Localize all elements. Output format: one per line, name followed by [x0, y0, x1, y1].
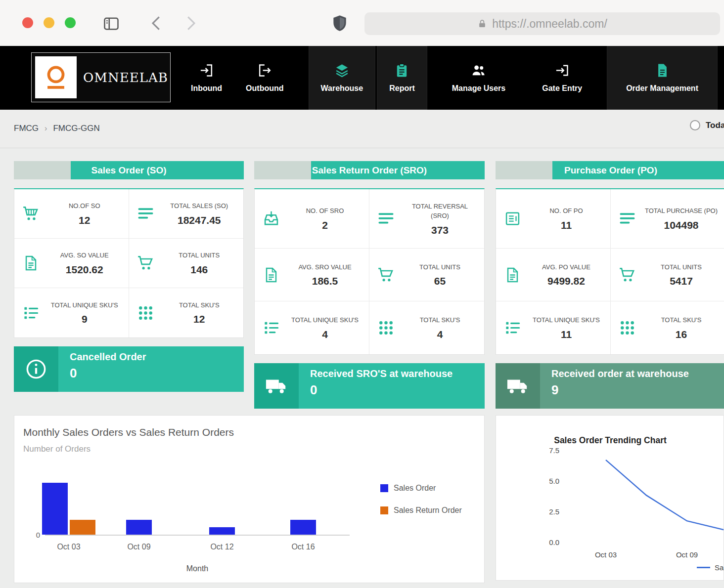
- nav-label: Report: [389, 84, 415, 93]
- sales-order-header: Sales Order (SO): [14, 161, 244, 179]
- breadcrumb-bar: FMCG › FMCG-GGN Today: [0, 110, 724, 148]
- document-icon: [504, 266, 521, 284]
- kpi-label: AVG. PO VALUE: [529, 262, 604, 272]
- kpi-value: 9: [44, 313, 126, 325]
- x-tick-label: Oct 03: [49, 543, 89, 551]
- sales-order-column: Sales Order (SO) NO.OF SO12 TOTAL SALES …: [14, 161, 244, 392]
- truck-icon: [254, 363, 299, 409]
- cart-icon: [619, 266, 636, 284]
- forward-icon[interactable]: [181, 14, 200, 33]
- kpi-value: 9499.82: [525, 275, 607, 287]
- kpi-cell: TOTAL SKU'S12: [129, 288, 244, 337]
- nav-item-warehouse[interactable]: Warehouse: [309, 46, 376, 110]
- zoom-button[interactable]: [65, 17, 76, 28]
- card-title: Purchase Order (PO): [564, 165, 657, 176]
- shield-icon[interactable]: [330, 13, 349, 34]
- list-icon: [263, 319, 280, 336]
- bar: [70, 520, 95, 535]
- nav-item-order-management[interactable]: Order Management: [607, 46, 718, 110]
- legend-item: Sales Return Order: [380, 506, 462, 515]
- chevron-right-icon: ›: [45, 124, 47, 133]
- lines-icon: [619, 210, 636, 227]
- bar: [209, 527, 235, 535]
- browser-toolbar: https://.omneelab.com/: [0, 0, 724, 46]
- sales-return-order-header: Sales Return Order (SRO): [254, 161, 485, 179]
- kpi-cell: TOTAL PURCHASE (PO)104498: [611, 189, 724, 249]
- received-order-banner: Received order at warehouse9: [496, 363, 724, 409]
- back-icon[interactable]: [147, 14, 166, 33]
- kpi-cell: NO.OF SO12: [14, 189, 129, 239]
- brand-name: OMNEELAB: [83, 70, 168, 85]
- legend-swatch-sales-return-order: [380, 506, 388, 514]
- nav-item-outbound[interactable]: Outbound: [234, 46, 295, 110]
- kpi-value: 373: [399, 224, 481, 236]
- kpi-label: TOTAL SKU'S: [162, 300, 237, 310]
- nav-item-manage-users[interactable]: Manage Users: [440, 46, 518, 110]
- trend-line-plot: [496, 416, 724, 581]
- bar-chart-legend: Sales Order Sales Return Order: [380, 484, 462, 528]
- kpi-value: 11: [525, 219, 607, 231]
- grid-dots-icon: [137, 304, 154, 322]
- today-label: Today: [706, 121, 724, 130]
- nav-label: Outbound: [246, 84, 283, 93]
- nav-label: Warehouse: [321, 84, 363, 93]
- inbox-icon: [263, 210, 280, 227]
- breadcrumb-parent[interactable]: FMCG: [14, 124, 39, 133]
- kpi-cell: TOTAL UNIQUE SKU'S9: [14, 288, 129, 337]
- sales-return-order-column: Sales Return Order (SRO) NO. OF SRO2 TOT…: [254, 161, 485, 409]
- banner-value: 0: [310, 382, 481, 398]
- nav-item-gate-entry[interactable]: Gate Entry: [530, 46, 594, 110]
- document-icon: [263, 266, 280, 284]
- sales-order-kpis: NO.OF SO12 TOTAL SALES (SO)18247.45 AVG.…: [14, 188, 244, 338]
- clipboard-icon: [504, 210, 521, 227]
- breadcrumb-current[interactable]: FMCG-GGN: [53, 124, 99, 133]
- omneelab-logo[interactable]: OMNEELAB: [31, 52, 171, 102]
- kpi-value: 2: [284, 219, 366, 231]
- bar-plot-area: Oct 03Oct 09Oct 12Oct 16: [45, 475, 350, 536]
- monthly-orders-bar-chart: Monthly Sales Orders vs Sales Return Ord…: [14, 415, 485, 583]
- report-icon: [394, 63, 409, 78]
- kpi-cell: TOTAL REVERSAL (SRO)373: [369, 189, 484, 249]
- nav-item-report[interactable]: Report: [377, 46, 427, 110]
- chart-x-axis-title: Month: [138, 564, 257, 573]
- today-radio[interactable]: [690, 120, 700, 130]
- received-sro-banner: Received SRO'S at warehouse0: [254, 363, 485, 409]
- url-bar[interactable]: https://.omneelab.com/: [364, 12, 720, 35]
- card-title: Sales Order (SO): [91, 165, 166, 176]
- info-icon: [14, 346, 58, 392]
- nav-label: Gate Entry: [542, 84, 582, 93]
- kpi-label: TOTAL UNIQUE SKU'S: [47, 300, 122, 310]
- grid-dots-icon: [377, 319, 395, 336]
- kpi-label: TOTAL SKU'S: [403, 315, 478, 325]
- kpi-cell: TOTAL UNITS5417: [611, 249, 724, 301]
- header-tab: [14, 161, 71, 179]
- cancelled-order-banner: Cancelled Order0: [14, 346, 244, 392]
- kpi-label: AVG. SO VALUE: [47, 251, 122, 260]
- kpi-value: 5417: [640, 275, 723, 287]
- kpi-value: 65: [399, 275, 481, 287]
- nav-item-inbound[interactable]: Inbound: [179, 46, 234, 110]
- legend-swatch-sales-order: [380, 484, 388, 492]
- sidebar-toggle-icon[interactable]: [102, 15, 120, 33]
- kpi-label: TOTAL UNITS: [162, 251, 237, 260]
- line-chart-legend: Sales Order: [697, 563, 724, 572]
- x-tick-label: Oct 16: [283, 543, 323, 551]
- header-tab: [254, 161, 311, 179]
- x-tick-label: Oct 12: [202, 543, 242, 551]
- truck-icon: [496, 363, 540, 409]
- kpi-cell: AVG. SRO VALUE186.5: [255, 249, 369, 301]
- minimize-button[interactable]: [44, 17, 54, 28]
- kpi-value: 186.5: [284, 275, 366, 287]
- x-tick-label: Oct 09: [119, 543, 159, 551]
- sales-return-order-kpis: NO. OF SRO2 TOTAL REVERSAL (SRO)373 AVG.…: [254, 188, 485, 355]
- lock-icon: [477, 19, 487, 29]
- kpi-value: 146: [158, 264, 241, 276]
- banner-title: Received SRO'S at warehouse: [310, 368, 481, 379]
- url-text: https://.omneelab.com/: [492, 17, 607, 31]
- nav-label: Inbound: [191, 84, 222, 93]
- kpi-cell: TOTAL UNIQUE SKU'S4: [255, 301, 369, 354]
- kpi-cell: AVG. PO VALUE9499.82: [496, 249, 611, 301]
- legend-label: Sales Return Order: [394, 506, 462, 515]
- lines-icon: [377, 210, 395, 227]
- close-button[interactable]: [22, 17, 33, 28]
